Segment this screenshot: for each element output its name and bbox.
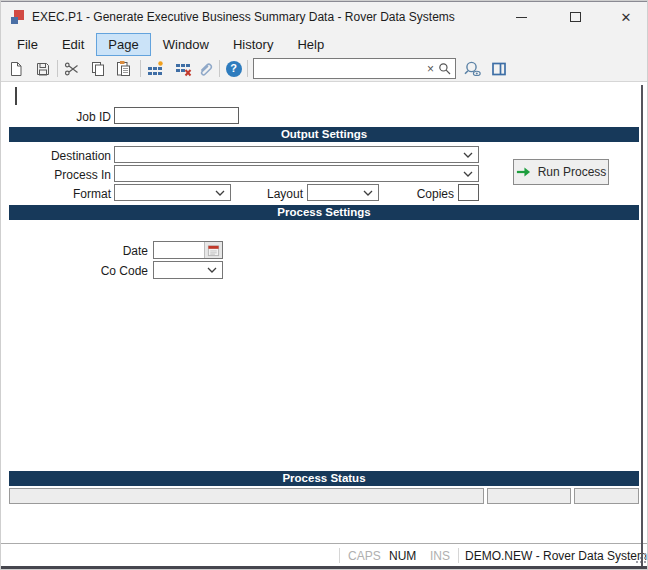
output-settings-header: Output Settings [9,127,639,142]
menu-file[interactable]: File [5,33,50,56]
statusbar-separator [339,548,340,563]
maximize-icon [570,12,581,22]
text-caret [15,87,17,105]
process-settings-header: Process Settings [9,205,639,220]
toolbar-separator [247,60,248,77]
statusbar-separator [458,548,459,563]
copy-icon[interactable] [89,60,106,77]
cut-icon[interactable] [63,60,80,77]
chevron-down-icon [363,190,373,196]
session-context: DEMO.NEW - Rover Data Systems [465,549,648,563]
calendar-icon [207,244,220,257]
menu-bar: File Edit Page Window History Help [1,31,648,57]
format-label: Format [1,186,111,203]
calendar-picker-button[interactable] [204,242,222,258]
help-glyph: ? [226,61,242,77]
status-bar: CAPS NUM INS DEMO.NEW - Rover Data Syste… [1,543,648,566]
window-bottom-edge [1,566,648,570]
save-icon[interactable] [34,60,51,77]
process-in-label: Process In [1,167,111,184]
menu-history[interactable]: History [221,33,285,56]
close-icon: ✕ [621,10,632,25]
toolbar-separator [219,60,220,77]
co-code-label: Co Code [1,263,148,280]
copies-input[interactable] [458,184,479,201]
toolbar-search: × [253,58,456,79]
minimize-icon [516,17,527,18]
window-title: EXEC.P1 - Generate Executive Business Su… [32,10,455,24]
process-status-field-3 [574,488,639,504]
menu-window[interactable]: Window [151,33,221,56]
panels-icon[interactable] [490,60,507,77]
delete-record-icon[interactable] [175,60,192,77]
run-process-button[interactable]: Run Process [513,159,609,185]
process-status-header: Process Status [9,471,639,486]
process-status-message [9,488,484,504]
maximize-button[interactable] [555,2,595,32]
run-arrow-icon [516,166,531,178]
close-button[interactable]: ✕ [603,2,648,32]
date-label: Date [1,243,148,260]
window-right-border [641,85,643,566]
menu-page[interactable]: Page [96,33,150,56]
job-id-label: Job ID [21,109,111,126]
help-icon[interactable]: ? [225,60,242,77]
clear-search-icon[interactable]: × [423,63,438,75]
process-status-field-2 [487,488,571,504]
layout-select[interactable] [307,184,379,201]
destination-select[interactable] [114,146,479,163]
search-input[interactable] [254,60,423,77]
toolbar-separator [57,60,58,77]
destination-label: Destination [1,148,111,165]
attachment-icon[interactable] [197,60,214,77]
search-icon[interactable] [438,62,455,75]
layout-label: Layout [243,186,303,203]
app-window: EXEC.P1 - Generate Executive Business Su… [0,0,648,570]
new-icon[interactable] [7,60,24,77]
menu-help[interactable]: Help [285,33,336,56]
chevron-down-icon [463,171,473,177]
co-code-select[interactable] [153,261,223,279]
date-field[interactable] [153,241,223,259]
job-id-input[interactable] [114,107,239,124]
app-logo-icon [10,9,26,25]
num-lock-indicator: NUM [389,549,416,563]
toolbar: ? × [1,57,648,82]
chevron-down-icon [207,267,217,273]
copies-label: Copies [391,186,454,203]
insert-mode-indicator: INS [430,549,450,563]
caps-lock-indicator: CAPS [348,549,381,563]
resize-grip[interactable] [633,550,646,563]
menu-edit[interactable]: Edit [50,33,96,56]
title-bar: EXEC.P1 - Generate Executive Business Su… [1,1,648,31]
run-process-label: Run Process [538,165,607,179]
format-select[interactable] [114,184,231,201]
process-in-select[interactable] [114,165,479,182]
paste-icon[interactable] [115,60,132,77]
preview-icon[interactable] [462,60,482,77]
date-value [154,242,204,258]
chevron-down-icon [463,152,473,158]
minimize-button[interactable] [501,2,541,32]
toolbar-separator [140,60,141,77]
chevron-down-icon [215,190,225,196]
insert-record-icon[interactable] [147,60,164,77]
form-area: Job ID Output Settings Destination Proce… [1,82,648,543]
